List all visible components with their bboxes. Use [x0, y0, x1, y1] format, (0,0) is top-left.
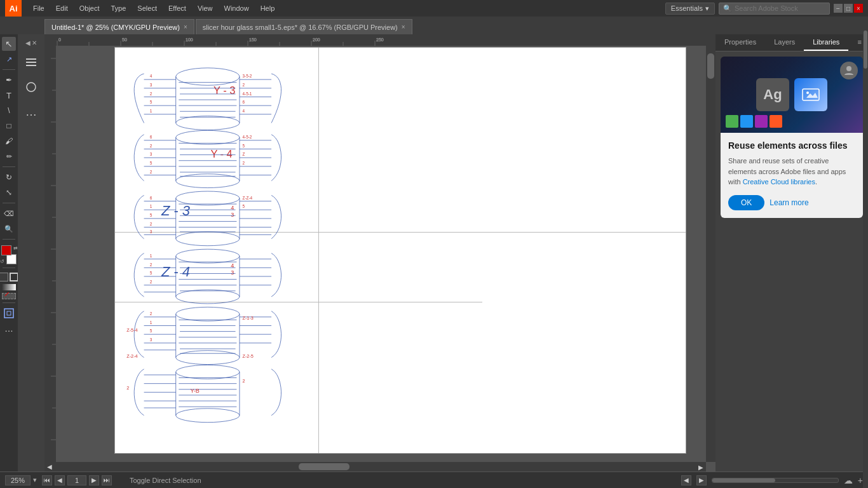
collapse-icon[interactable]: ◀: [25, 39, 31, 46]
scroll-right-btn[interactable]: ▶: [698, 463, 703, 471]
cloud-icon[interactable]: ☁: [844, 475, 853, 485]
menu-type[interactable]: Type: [106, 3, 132, 14]
svg-text:1: 1: [150, 320, 153, 325]
gradient-icon-small[interactable]: [2, 284, 16, 290]
add-icon[interactable]: +: [858, 475, 863, 485]
menu-view[interactable]: View: [193, 3, 218, 14]
fill-icon[interactable]: [0, 273, 8, 281]
pen-tool-btn[interactable]: ✒: [2, 73, 16, 87]
close-secondary-icon[interactable]: ✕: [32, 39, 37, 46]
svg-text:3: 3: [150, 83, 153, 87]
status-bar: ▾ ⏮ ◀ ▶ ⏭ Toggle Direct Selection ◀ ▶ ☁ …: [0, 471, 868, 488]
page-indicator: ⏮ ◀ ▶ ⏭: [42, 475, 112, 485]
pencil-tool-btn[interactable]: ✏: [2, 149, 16, 163]
learn-more-button[interactable]: Learn more: [770, 195, 808, 210]
more-sec-btn[interactable]: …: [20, 100, 43, 123]
search-input[interactable]: [735, 4, 824, 12]
svg-point-5: [27, 83, 36, 92]
page-last-btn[interactable]: ⏭: [102, 475, 112, 485]
search-icon: 🔍: [723, 4, 732, 13]
panel-scrollbar[interactable]: [863, 18, 868, 488]
svg-text:200: 200: [313, 37, 320, 42]
artboard-next-btn[interactable]: ▶: [696, 475, 707, 485]
tab-untitled-close[interactable]: ×: [184, 24, 187, 30]
selection-tool-btn[interactable]: ↖: [2, 37, 16, 51]
app-logo: Ai: [5, 0, 22, 17]
tab-untitled[interactable]: Untitled-1* @ 25% (CMYK/GPU Preview) ×: [44, 19, 194, 34]
svg-text:Z: Z: [243, 152, 245, 156]
line-tool-btn[interactable]: \: [2, 104, 16, 118]
tab-properties[interactable]: Properties: [715, 34, 765, 51]
menu-effect[interactable]: Effect: [163, 3, 191, 14]
eraser-tool-btn[interactable]: ⌫: [2, 207, 16, 220]
menu-edit[interactable]: Edit: [51, 3, 73, 14]
direct-selection-tool-btn[interactable]: ↗: [2, 52, 16, 66]
swap-colors-icon[interactable]: ⇄: [13, 245, 18, 251]
hourglass-drawing: Y - 3: [115, 48, 318, 453]
rotate-tool-btn[interactable]: ↻: [2, 170, 16, 184]
svg-text:Z-2-4: Z-2-4: [126, 353, 137, 359]
panel-scroll-thumb[interactable]: [864, 30, 867, 69]
page-input[interactable]: [67, 475, 86, 485]
adobe-image-icon: [794, 78, 827, 111]
close-button[interactable]: ×: [854, 4, 863, 13]
canvas-horizontal-scrollbar[interactable]: ◀ ▶: [44, 462, 706, 471]
svg-text:3: 3: [231, 212, 234, 218]
svg-text:1: 1: [150, 109, 153, 113]
tab-untitled-label: Untitled-1* @ 25% (CMYK/GPU Preview): [51, 24, 180, 31]
canvas-area[interactable]: 0 50 100 150 200 250: [44, 34, 715, 471]
canvas-scroll-thumb-v[interactable]: [707, 53, 714, 79]
foreground-color-chip[interactable]: [1, 245, 11, 255]
menu-file[interactable]: File: [28, 3, 50, 14]
collapse-controls: ◀ ✕: [25, 37, 37, 49]
svg-text:5: 5: [150, 213, 153, 217]
background-color-chip[interactable]: [6, 254, 17, 264]
rectangle-tool-btn[interactable]: □: [2, 119, 16, 133]
zoom-input[interactable]: [5, 475, 31, 485]
menu-object[interactable]: Object: [74, 3, 105, 14]
ok-button[interactable]: OK: [728, 195, 764, 210]
svg-point-206: [846, 66, 851, 71]
search-bar[interactable]: 🔍: [719, 3, 830, 15]
scroll-left-btn[interactable]: ◀: [47, 463, 52, 470]
tab-slicer-close[interactable]: ×: [402, 24, 405, 30]
tab-layers[interactable]: Layers: [765, 34, 804, 51]
hamburger-menu-btn[interactable]: [20, 51, 43, 74]
circle-tool-btn[interactable]: [20, 76, 43, 98]
tab-slicer[interactable]: slicer hour glass small1-5.eps* @ 16.67%…: [196, 19, 412, 34]
default-colors-icon[interactable]: ↺: [0, 259, 4, 264]
paintbrush-tool-btn[interactable]: 🖌: [2, 134, 16, 148]
menu-select[interactable]: Select: [132, 3, 162, 14]
type-tool-btn[interactable]: T: [2, 88, 16, 102]
svg-text:2: 2: [150, 311, 153, 316]
svg-rect-6: [44, 34, 706, 46]
none-fill-icon[interactable]: [2, 293, 16, 299]
zoom-dropdown-icon[interactable]: ▾: [33, 476, 37, 484]
scale-tool-btn[interactable]: ⤡: [2, 186, 16, 200]
restore-button[interactable]: □: [844, 4, 853, 13]
page-next-btn[interactable]: ▶: [89, 475, 99, 485]
cc-libraries-link[interactable]: Creative Cloud libraries: [743, 178, 815, 186]
svg-text:Z-5-4: Z-5-4: [126, 327, 137, 333]
page-first-btn[interactable]: ⏮: [42, 475, 52, 485]
svg-text:2: 2: [243, 161, 245, 165]
stroke-icon[interactable]: [10, 273, 18, 281]
canvas-vertical-scrollbar[interactable]: [706, 34, 715, 462]
essentials-button[interactable]: Essentials ▾: [665, 3, 715, 15]
canvas-scroll-thumb-h[interactable]: [299, 463, 349, 470]
menu-help[interactable]: Help: [255, 3, 280, 14]
tab-libraries[interactable]: Libraries: [804, 34, 848, 51]
page-prev-btn[interactable]: ◀: [55, 475, 65, 485]
artboard-prev-btn[interactable]: ◀: [681, 475, 691, 485]
minimize-button[interactable]: −: [834, 4, 843, 13]
progress-bar: [712, 478, 839, 483]
svg-text:0: 0: [58, 37, 61, 42]
artboard-tool-btn[interactable]: [2, 306, 16, 320]
adobe-ag-icon: Ag: [756, 78, 789, 111]
more-sec-icon: …: [25, 105, 37, 119]
status-label: Toggle Direct Selection: [130, 477, 201, 484]
svg-text:100: 100: [186, 37, 193, 42]
more-tools-btn[interactable]: …: [2, 322, 16, 336]
zoom-tool-btn[interactable]: 🔍: [2, 222, 16, 236]
menu-window[interactable]: Window: [219, 3, 254, 14]
